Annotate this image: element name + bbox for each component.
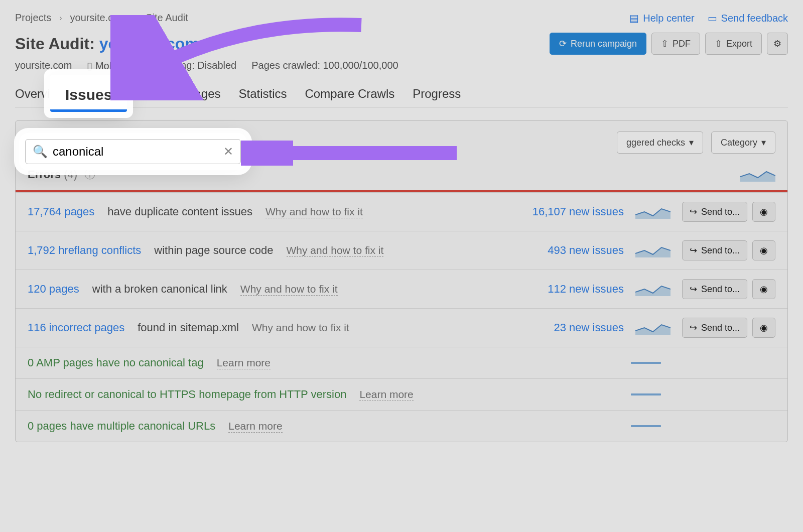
row-sparkline bbox=[633, 321, 673, 335]
issue-link[interactable]: 1,792 hreflang conflicts bbox=[28, 244, 141, 257]
category-filter[interactable]: Category ▾ bbox=[711, 131, 775, 154]
header-sparkline bbox=[740, 168, 775, 182]
export-label: Export bbox=[726, 39, 752, 49]
new-issues[interactable]: 112 new issues bbox=[518, 283, 624, 296]
issue-helper[interactable]: Why and how to fix it bbox=[265, 206, 363, 218]
row-actions: ↪Send to...◉ bbox=[682, 240, 775, 260]
tab-progress[interactable]: Progress bbox=[413, 87, 461, 101]
row-sparkline bbox=[633, 243, 673, 257]
issue-desc: 0 AMP pages have no canonical tagLearn m… bbox=[28, 356, 502, 369]
category-label: Category bbox=[721, 138, 757, 148]
row-actions: ↪Send to...◉ bbox=[682, 202, 775, 222]
new-issues[interactable]: 23 new issues bbox=[518, 321, 624, 334]
issue-helper[interactable]: Why and how to fix it bbox=[240, 283, 338, 296]
issue-desc: 17,764 pages have duplicate content issu… bbox=[28, 205, 509, 218]
hide-button[interactable]: ◉ bbox=[752, 202, 775, 222]
meta-domain: yoursite.com bbox=[15, 60, 72, 72]
send-to-button[interactable]: ↪Send to... bbox=[682, 318, 747, 338]
title-domain[interactable]: yoursite.com bbox=[99, 35, 199, 53]
refresh-icon: ⟳ bbox=[559, 38, 567, 49]
issue-desc: 1,792 hreflang conflicts within page sou… bbox=[28, 244, 509, 257]
share-icon: ↪ bbox=[690, 284, 697, 295]
hide-button[interactable]: ◉ bbox=[752, 279, 775, 299]
row-sparkline bbox=[633, 282, 673, 296]
issue-desc: No redirect or canonical to HTTPS homepa… bbox=[28, 388, 502, 401]
issue-helper[interactable]: Learn more bbox=[228, 420, 282, 433]
title-prefix: Site Audit: bbox=[15, 35, 95, 53]
issue-link[interactable]: 120 pages bbox=[28, 283, 79, 296]
popout-search: 🔍 ✕ bbox=[19, 133, 247, 170]
hide-button[interactable]: ◉ bbox=[752, 318, 775, 338]
tab-statistics[interactable]: Statistics bbox=[239, 87, 287, 101]
hide-button[interactable]: ◉ bbox=[752, 240, 775, 260]
row-sparkline bbox=[633, 205, 673, 219]
help-center-link[interactable]: ▤ Help center bbox=[629, 12, 694, 24]
crumb-page[interactable]: Site Audit bbox=[146, 12, 188, 24]
issue-row: 0 pages have multiple canonical URLsLear… bbox=[16, 410, 787, 442]
row-actions: ↪Send to...◉ bbox=[682, 318, 775, 338]
issue-row: 0 AMP pages have no canonical tagLearn m… bbox=[16, 347, 787, 378]
new-issues[interactable]: 16,107 new issues bbox=[518, 205, 624, 218]
send-to-button[interactable]: ↪Send to... bbox=[682, 202, 747, 222]
row-sparkline bbox=[626, 362, 666, 364]
rerun-button[interactable]: ⟳ Rerun campaign bbox=[550, 33, 646, 55]
search-icon: 🔍 bbox=[33, 145, 48, 159]
issue-helper[interactable]: Learn more bbox=[217, 357, 271, 369]
export-button[interactable]: ⇧ Export bbox=[705, 33, 762, 55]
chevron-right-icon: › bbox=[135, 14, 138, 23]
popout-search-input[interactable] bbox=[53, 145, 223, 159]
upload-icon: ⇧ bbox=[661, 38, 668, 49]
issue-helper[interactable]: Why and how to fix it bbox=[287, 244, 384, 257]
eye-icon: ◉ bbox=[760, 245, 768, 256]
eye-icon: ◉ bbox=[760, 206, 768, 217]
chevron-down-icon: ▾ bbox=[761, 137, 766, 148]
issue-text: 0 pages have multiple canonical URLs bbox=[28, 420, 215, 433]
issue-row: 1,792 hreflang conflicts within page sou… bbox=[16, 231, 787, 270]
gear-icon: ⚙ bbox=[773, 38, 781, 49]
issue-link[interactable]: 17,764 pages bbox=[28, 205, 94, 218]
crumb-site[interactable]: yoursite.com bbox=[70, 12, 127, 24]
send-feedback-link[interactable]: ▭ Send feedback bbox=[708, 12, 788, 24]
upload-icon: ⇧ bbox=[715, 38, 722, 49]
issue-text: have duplicate content issues bbox=[107, 205, 252, 218]
top-links: ▤ Help center ▭ Send feedback bbox=[629, 12, 788, 24]
share-icon: ↪ bbox=[690, 322, 697, 333]
issue-text: with a broken canonical link bbox=[92, 283, 227, 296]
issue-helper[interactable]: Why and how to fix it bbox=[252, 322, 349, 334]
share-icon: ↪ bbox=[690, 245, 697, 256]
issue-row: 17,764 pages have duplicate content issu… bbox=[16, 192, 787, 231]
eye-icon: ◉ bbox=[760, 284, 768, 295]
issue-text: within page source code bbox=[154, 244, 273, 257]
meta-crawled: Pages crawled: 100,000/100,000 bbox=[251, 60, 398, 72]
chevron-down-icon: ▾ bbox=[689, 137, 694, 148]
checks-label: ggered checks bbox=[626, 138, 685, 148]
send-to-button[interactable]: ↪Send to... bbox=[682, 240, 747, 260]
issue-desc: 120 pages with a broken canonical linkWh… bbox=[28, 283, 509, 296]
send-to-button[interactable]: ↪Send to... bbox=[682, 279, 747, 299]
settings-button[interactable]: ⚙ bbox=[767, 33, 788, 55]
send-feedback-label: Send feedback bbox=[721, 13, 788, 24]
eye-icon: ◉ bbox=[760, 322, 768, 333]
crumb-projects[interactable]: Projects bbox=[15, 12, 51, 24]
issue-row: 120 pages with a broken canonical linkWh… bbox=[16, 270, 787, 308]
issue-link[interactable]: 116 incorrect pages bbox=[28, 321, 124, 334]
popout-search-box[interactable]: 🔍 ✕ bbox=[25, 139, 241, 164]
new-issues[interactable]: 493 new issues bbox=[518, 244, 624, 257]
tabs: Overview Issues Crawled Pages Statistics… bbox=[15, 87, 788, 107]
tab-compare[interactable]: Compare Crawls bbox=[305, 87, 395, 101]
page-title: Site Audit: yoursite.com bbox=[15, 35, 199, 53]
row-sparkline bbox=[626, 425, 666, 427]
title-row: Site Audit: yoursite.com ⟳ Rerun campaig… bbox=[15, 33, 788, 55]
checks-filter[interactable]: ggered checks ▾ bbox=[617, 131, 703, 154]
tab-crawled[interactable]: Crawled Pages bbox=[139, 87, 221, 101]
rerun-label: Rerun campaign bbox=[571, 39, 637, 49]
chat-icon: ▭ bbox=[708, 12, 717, 24]
issue-text: 0 AMP pages have no canonical tag bbox=[28, 356, 204, 369]
issue-desc: 116 incorrect pages found in sitemap.xml… bbox=[28, 321, 509, 334]
share-icon: ↪ bbox=[690, 206, 697, 217]
meta-mobile: ▯ Mobile bbox=[87, 60, 124, 72]
pdf-button[interactable]: ⇧ PDF bbox=[651, 33, 700, 55]
meta-mobile-label: Mobile bbox=[95, 60, 125, 71]
clear-icon[interactable]: ✕ bbox=[223, 145, 233, 159]
issue-helper[interactable]: Learn more bbox=[359, 388, 413, 401]
